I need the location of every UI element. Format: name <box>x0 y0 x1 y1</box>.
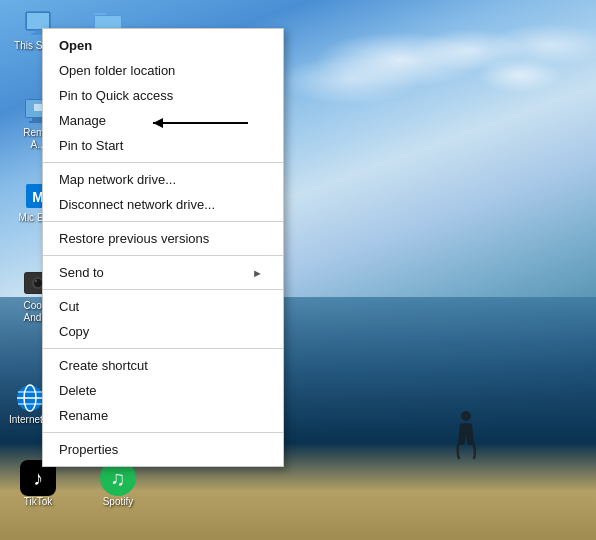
svg-rect-1 <box>27 13 49 29</box>
menu-item-open-folder[interactable]: Open folder location <box>43 58 283 83</box>
menu-item-send-to[interactable]: Send to ► <box>43 260 283 285</box>
menu-item-manage[interactable]: Manage <box>43 108 283 133</box>
separator-1 <box>43 162 283 163</box>
svg-point-29 <box>461 411 471 421</box>
menu-item-disconnect-drive[interactable]: Disconnect network drive... <box>43 192 283 217</box>
tiktok-label: TikTok <box>8 496 68 508</box>
separator-5 <box>43 348 283 349</box>
menu-item-copy[interactable]: Copy <box>43 319 283 344</box>
svg-rect-2 <box>34 30 42 33</box>
menu-item-rename[interactable]: Rename <box>43 403 283 428</box>
person-silhouette <box>456 410 476 460</box>
menu-item-pin-start[interactable]: Pin to Start <box>43 133 283 158</box>
menu-item-open[interactable]: Open <box>43 33 283 58</box>
desktop-icon-spotify[interactable]: ♫ Spotify <box>88 460 148 508</box>
menu-item-create-shortcut[interactable]: Create shortcut <box>43 353 283 378</box>
menu-item-cut[interactable]: Cut <box>43 294 283 319</box>
svg-point-18 <box>34 279 42 287</box>
separator-2 <box>43 221 283 222</box>
menu-item-restore[interactable]: Restore previous versions <box>43 226 283 251</box>
context-menu: Open Open folder location Pin to Quick a… <box>42 28 284 467</box>
menu-item-delete[interactable]: Delete <box>43 378 283 403</box>
menu-item-pin-quick[interactable]: Pin to Quick access <box>43 83 283 108</box>
chevron-right-icon: ► <box>252 267 263 279</box>
desktop-icon-tiktok[interactable]: ♪ TikTok <box>8 460 68 508</box>
menu-item-map-drive[interactable]: Map network drive... <box>43 167 283 192</box>
separator-4 <box>43 289 283 290</box>
desktop: This Sho... Rem...A... M Mic Ed... <box>0 0 596 540</box>
svg-rect-12 <box>34 104 42 111</box>
spotify-label: Spotify <box>88 496 148 508</box>
svg-point-19 <box>35 280 37 282</box>
separator-6 <box>43 432 283 433</box>
menu-item-properties[interactable]: Properties <box>43 437 283 462</box>
separator-3 <box>43 255 283 256</box>
